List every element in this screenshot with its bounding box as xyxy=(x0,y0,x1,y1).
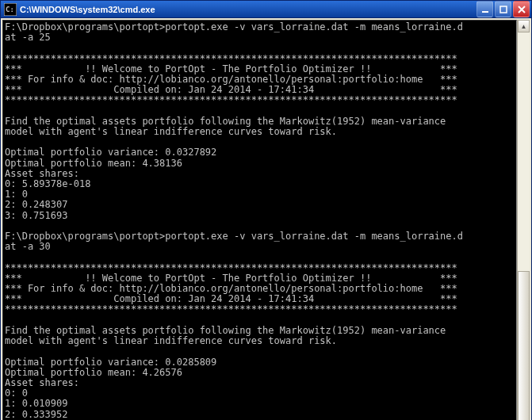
minimize-button[interactable] xyxy=(477,1,493,17)
console-frame: F:\Dropbox\programs\portopt>portopt.exe … xyxy=(1,18,531,420)
scrollbar-track[interactable] xyxy=(518,32,530,420)
maximize-button[interactable] xyxy=(495,1,511,17)
close-button[interactable] xyxy=(513,1,530,17)
vertical-scrollbar[interactable]: ▲ ▼ xyxy=(517,20,530,420)
svg-text:C:: C: xyxy=(6,6,14,13)
titlebar-buttons xyxy=(477,1,530,17)
console-output[interactable]: F:\Dropbox\programs\portopt>portopt.exe … xyxy=(2,20,517,420)
scrollbar-thumb[interactable] xyxy=(518,271,530,420)
scroll-up-button[interactable]: ▲ xyxy=(518,20,530,32)
cmd-window: C: C:\WINDOWS\system32\cmd.exe F:\Dropbo… xyxy=(0,0,532,420)
titlebar[interactable]: C: C:\WINDOWS\system32\cmd.exe xyxy=(1,1,531,18)
chevron-up-icon: ▲ xyxy=(521,23,527,30)
svg-rect-3 xyxy=(482,11,488,13)
cmd-icon: C: xyxy=(4,3,17,16)
svg-rect-4 xyxy=(500,6,507,13)
window-title: C:\WINDOWS\system32\cmd.exe xyxy=(20,5,477,14)
